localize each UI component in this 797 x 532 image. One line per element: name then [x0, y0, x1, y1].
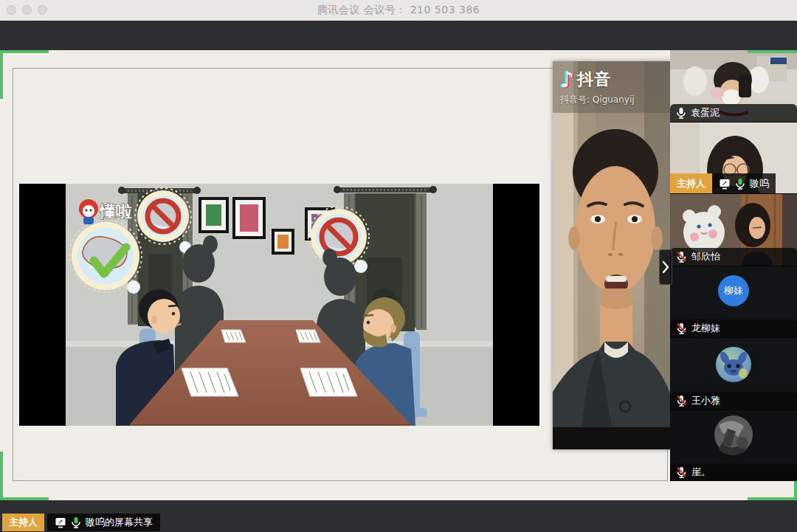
participant-namebar: 王小雅: [670, 392, 797, 410]
participant-name: 崖。: [691, 466, 711, 479]
share-indicator-bottom-right: [748, 497, 797, 500]
host-namebar: 主持人 嗷呜: [670, 173, 797, 193]
meeting-cartoon-illustration: 懂啦: [66, 184, 493, 426]
screen-share-area: 懂啦: [0, 50, 797, 500]
bottom-status-bar: 主持人 嗷呜的屏幕共享: [0, 500, 797, 532]
douyin-video-frame: [553, 61, 671, 427]
tencent-meeting-window: 腾讯会议 会议号： 210 503 386: [0, 0, 797, 532]
participant-name: 龙柳妹: [691, 322, 720, 335]
participant-namebar: 袁蛋泥: [670, 104, 797, 122]
mic-muted-icon: [676, 466, 687, 478]
sharing-status-text: 嗷呜的屏幕共享: [86, 516, 153, 529]
participant-tile[interactable]: 崖。: [670, 410, 797, 482]
screen-share-icon: [719, 178, 731, 190]
mic-muted-icon: [676, 322, 687, 334]
cartoon-video-letterbox[interactable]: 懂啦: [19, 184, 539, 426]
macos-titlebar: 腾讯会议 会议号： 210 503 386: [0, 0, 797, 21]
participant-namebar: 龙柳妹: [670, 319, 797, 337]
mic-active-icon: [71, 517, 81, 528]
collapse-panel-button[interactable]: [659, 249, 672, 285]
participant-name: 王小雅: [691, 394, 720, 407]
douyin-bottom-bar: [553, 427, 671, 449]
meeting-toolbar-strip: [0, 21, 797, 50]
dongla-logo-text: 懂啦: [99, 202, 132, 221]
douyin-brand: 抖音: [577, 69, 611, 91]
screen-share-icon: [55, 517, 66, 528]
douyin-person-illustration: [553, 61, 671, 427]
douyin-note-icon: ♪: [560, 69, 574, 91]
chevron-right-icon: [661, 258, 670, 276]
douyin-watermark: ♪ 抖音 抖音号: Qiguanyij: [560, 69, 635, 106]
participant-tile[interactable]: 柳妹 龙柳妹: [670, 266, 797, 339]
share-indicator-top-left: [0, 50, 49, 53]
mic-muted-icon: [676, 251, 687, 263]
participant-namebar: 崖。: [670, 463, 797, 481]
share-indicator-bottom-right-v: [794, 481, 797, 500]
thought-dot: [127, 280, 140, 294]
share-indicator-bottom-left: [0, 497, 49, 500]
mic-on-icon: [676, 107, 686, 119]
sharing-status-pill: 嗷呜的屏幕共享: [47, 514, 160, 531]
douyin-account: 抖音号: Qiguanyij: [560, 94, 635, 106]
avatar: 柳妹: [718, 275, 749, 306]
participant-tile[interactable]: 邹欣怡: [670, 194, 797, 266]
avatar-initials: 柳妹: [724, 284, 743, 297]
douyin-video-overlay[interactable]: ♪ 抖音 抖音号: Qiguanyij: [553, 61, 671, 449]
share-indicator-top-left-v: [0, 50, 3, 99]
share-indicator-top-right: [748, 50, 797, 53]
cartoon-video: 懂啦: [66, 184, 493, 426]
participant-name: 袁蛋泥: [691, 106, 720, 120]
host-badge-bottom: 主持人: [2, 514, 44, 531]
share-indicator-bottom-left-v: [0, 452, 3, 500]
participant-tile[interactable]: 袁蛋泥: [670, 50, 797, 122]
dongla-logo: 懂啦: [79, 199, 132, 224]
participants-panel: 袁蛋泥 主持人: [670, 50, 797, 481]
participant-tile-host[interactable]: 主持人 嗷呜: [670, 122, 797, 195]
mic-active-icon: [735, 178, 745, 190]
host-badge: 主持人: [670, 173, 712, 193]
participant-tile[interactable]: 王小雅: [670, 338, 797, 410]
participant-name: 嗷呜: [750, 177, 769, 190]
window-title: 腾讯会议 会议号： 210 503 386: [0, 4, 797, 17]
participant-name: 邹欣怡: [691, 250, 720, 263]
participant-namebar: 邹欣怡: [670, 248, 797, 266]
mic-muted-icon: [676, 395, 687, 407]
